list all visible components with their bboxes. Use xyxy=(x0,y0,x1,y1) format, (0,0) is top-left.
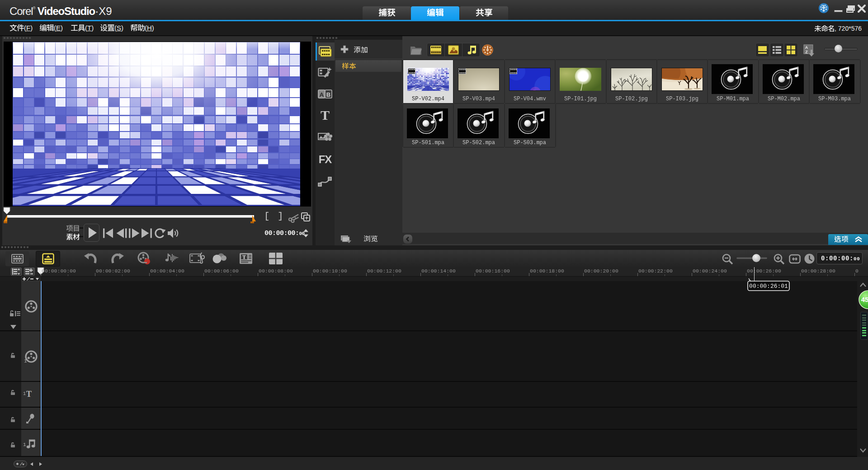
svg-text:A: A xyxy=(805,45,808,50)
svg-text:B: B xyxy=(326,91,330,98)
svg-text:00:00:26:01: 00:00:26:01 xyxy=(749,283,788,290)
svg-text:T: T xyxy=(321,108,330,122)
svg-text:T: T xyxy=(242,254,246,260)
svg-text:FX: FX xyxy=(319,153,332,165)
svg-text:Z: Z xyxy=(805,50,808,54)
svg-text:45: 45 xyxy=(861,296,868,303)
svg-text:A: A xyxy=(320,91,324,98)
